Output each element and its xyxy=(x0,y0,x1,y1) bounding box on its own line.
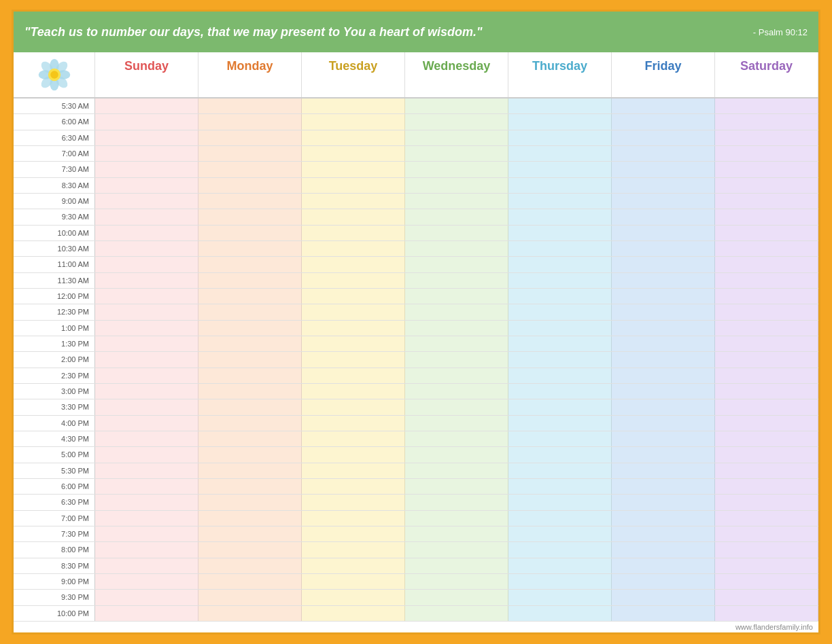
schedule-cell[interactable] xyxy=(198,209,302,224)
schedule-cell[interactable] xyxy=(95,304,198,319)
schedule-cell[interactable] xyxy=(508,336,612,351)
schedule-cell[interactable] xyxy=(95,526,198,541)
schedule-cell[interactable] xyxy=(302,114,405,129)
schedule-cell[interactable] xyxy=(508,194,612,209)
schedule-cell[interactable] xyxy=(715,479,818,494)
schedule-cell[interactable] xyxy=(405,479,508,494)
schedule-cell[interactable] xyxy=(405,416,508,431)
schedule-cell[interactable] xyxy=(405,574,508,589)
schedule-cell[interactable] xyxy=(508,241,612,256)
time-row[interactable]: 6:00 AM xyxy=(14,114,818,130)
schedule-cell[interactable] xyxy=(95,162,198,177)
schedule-cell[interactable] xyxy=(95,606,198,621)
schedule-cell[interactable] xyxy=(198,447,302,462)
schedule-cell[interactable] xyxy=(198,431,302,446)
schedule-cell[interactable] xyxy=(508,511,612,526)
schedule-cell[interactable] xyxy=(302,289,405,304)
schedule-cell[interactable] xyxy=(198,495,302,509)
schedule-cell[interactable] xyxy=(715,146,818,161)
schedule-cell[interactable] xyxy=(715,304,818,319)
schedule-cell[interactable] xyxy=(405,590,508,605)
schedule-cell[interactable] xyxy=(508,606,612,621)
schedule-cell[interactable] xyxy=(405,495,508,509)
schedule-cell[interactable] xyxy=(198,178,302,193)
schedule-cell[interactable] xyxy=(302,352,405,367)
schedule-cell[interactable] xyxy=(715,194,818,209)
schedule-cell[interactable] xyxy=(715,162,818,177)
schedule-cell[interactable] xyxy=(302,399,405,414)
time-row[interactable]: 8:30 AM xyxy=(14,178,818,194)
schedule-cell[interactable] xyxy=(95,99,198,113)
time-row[interactable]: 5:30 AM xyxy=(14,99,818,114)
schedule-cell[interactable] xyxy=(95,574,198,589)
schedule-cell[interactable] xyxy=(715,526,818,541)
schedule-cell[interactable] xyxy=(95,257,198,272)
schedule-cell[interactable] xyxy=(405,209,508,224)
schedule-cell[interactable] xyxy=(612,99,715,113)
schedule-cell[interactable] xyxy=(508,162,612,177)
schedule-cell[interactable] xyxy=(405,289,508,304)
time-row[interactable]: 5:00 PM xyxy=(14,447,818,463)
time-row[interactable]: 8:30 PM xyxy=(14,558,818,574)
schedule-cell[interactable] xyxy=(198,336,302,351)
schedule-cell[interactable] xyxy=(198,99,302,113)
schedule-cell[interactable] xyxy=(95,479,198,494)
schedule-cell[interactable] xyxy=(405,336,508,351)
schedule-cell[interactable] xyxy=(95,558,198,573)
schedule-cell[interactable] xyxy=(508,257,612,272)
time-row[interactable]: 11:30 AM xyxy=(14,273,818,289)
schedule-cell[interactable] xyxy=(198,416,302,431)
schedule-cell[interactable] xyxy=(302,226,405,240)
schedule-cell[interactable] xyxy=(715,241,818,256)
schedule-cell[interactable] xyxy=(405,257,508,272)
schedule-cell[interactable] xyxy=(405,273,508,288)
schedule-cell[interactable] xyxy=(302,178,405,193)
schedule-cell[interactable] xyxy=(95,130,198,145)
schedule-cell[interactable] xyxy=(302,384,405,399)
schedule-cell[interactable] xyxy=(715,226,818,240)
schedule-cell[interactable] xyxy=(612,384,715,399)
schedule-cell[interactable] xyxy=(715,606,818,621)
schedule-cell[interactable] xyxy=(198,162,302,177)
schedule-cell[interactable] xyxy=(508,273,612,288)
schedule-cell[interactable] xyxy=(612,463,715,478)
schedule-cell[interactable] xyxy=(612,542,715,557)
schedule-cell[interactable] xyxy=(198,399,302,414)
schedule-cell[interactable] xyxy=(95,226,198,240)
schedule-cell[interactable] xyxy=(302,431,405,446)
schedule-cell[interactable] xyxy=(612,352,715,367)
schedule-cell[interactable] xyxy=(612,574,715,589)
schedule-cell[interactable] xyxy=(302,463,405,478)
schedule-cell[interactable] xyxy=(508,352,612,367)
schedule-cell[interactable] xyxy=(612,257,715,272)
schedule-cell[interactable] xyxy=(302,146,405,161)
schedule-cell[interactable] xyxy=(612,321,715,336)
schedule-cell[interactable] xyxy=(95,447,198,462)
schedule-cell[interactable] xyxy=(198,368,302,383)
schedule-cell[interactable] xyxy=(612,399,715,414)
schedule-cell[interactable] xyxy=(612,416,715,431)
schedule-cell[interactable] xyxy=(405,558,508,573)
schedule-cell[interactable] xyxy=(715,273,818,288)
schedule-cell[interactable] xyxy=(198,273,302,288)
schedule-cell[interactable] xyxy=(302,558,405,573)
schedule-cell[interactable] xyxy=(95,289,198,304)
time-row[interactable]: 3:00 PM xyxy=(14,384,818,399)
schedule-cell[interactable] xyxy=(95,463,198,478)
schedule-cell[interactable] xyxy=(198,146,302,161)
schedule-cell[interactable] xyxy=(302,590,405,605)
schedule-cell[interactable] xyxy=(405,542,508,557)
schedule-cell[interactable] xyxy=(612,479,715,494)
time-row[interactable]: 7:30 AM xyxy=(14,162,818,177)
schedule-cell[interactable] xyxy=(715,336,818,351)
schedule-cell[interactable] xyxy=(405,130,508,145)
schedule-cell[interactable] xyxy=(508,178,612,193)
schedule-cell[interactable] xyxy=(405,384,508,399)
schedule-cell[interactable] xyxy=(508,479,612,494)
schedule-cell[interactable] xyxy=(95,399,198,414)
time-row[interactable]: 9:30 PM xyxy=(14,590,818,605)
schedule-cell[interactable] xyxy=(302,273,405,288)
schedule-cell[interactable] xyxy=(405,368,508,383)
schedule-cell[interactable] xyxy=(612,526,715,541)
schedule-cell[interactable] xyxy=(302,304,405,319)
